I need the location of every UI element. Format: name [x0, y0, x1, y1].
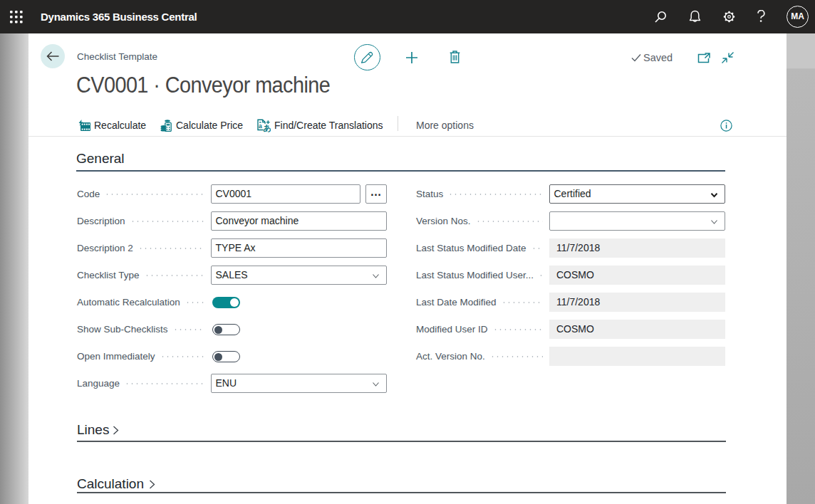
svg-text:あ: あ: [263, 124, 271, 132]
svg-text:a: a: [259, 122, 262, 129]
